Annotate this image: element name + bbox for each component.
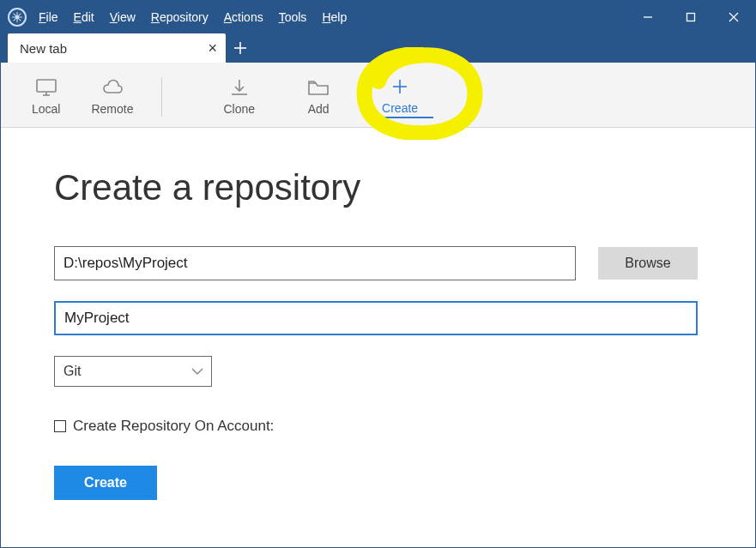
cloud-icon	[100, 78, 124, 97]
toolbar-clone[interactable]: Clone	[209, 76, 271, 117]
create-button[interactable]: Create	[54, 466, 157, 500]
toolbar-local-label: Local	[32, 102, 60, 116]
app-logo	[8, 8, 27, 27]
menu-help[interactable]: Help	[322, 10, 347, 24]
toolbar-local[interactable]: Local	[16, 76, 76, 117]
folder-icon	[306, 78, 330, 97]
toolbar-remote-label: Remote	[91, 102, 133, 116]
window-controls	[626, 1, 755, 33]
menu-repository[interactable]: Repository	[151, 10, 209, 24]
toolbar: Local Remote Clone Add Create	[1, 63, 755, 128]
chevron-down-icon	[191, 367, 203, 376]
titlebar: File Edit View Repository Actions Tools …	[1, 1, 755, 33]
page-heading: Create a repository	[54, 167, 702, 208]
svg-rect-7	[37, 80, 56, 92]
svg-rect-2	[687, 14, 695, 21]
toolbar-separator	[161, 77, 162, 117]
menu-tools[interactable]: Tools	[279, 10, 307, 24]
menu-view[interactable]: View	[110, 10, 136, 24]
close-icon[interactable]: ×	[208, 39, 217, 57]
name-input[interactable]	[54, 301, 698, 335]
toolbar-remote[interactable]: Remote	[76, 76, 148, 117]
menu-file[interactable]: File	[39, 10, 58, 24]
toolbar-add-label: Add	[308, 102, 330, 116]
toolbar-create-label: Create	[382, 101, 418, 115]
menu-actions[interactable]: Actions	[224, 10, 263, 24]
toolbar-create[interactable]: Create	[366, 75, 433, 118]
maximize-button[interactable]	[669, 1, 712, 33]
menu-edit[interactable]: Edit	[74, 10, 94, 24]
tab-new[interactable]: New tab ×	[8, 33, 226, 63]
tabstrip: New tab ×	[1, 33, 755, 63]
monitor-icon	[34, 78, 58, 97]
account-checkbox-label: Create Repository On Account:	[73, 418, 274, 435]
download-icon	[227, 78, 251, 97]
vcs-selected: Git	[64, 364, 81, 379]
path-input[interactable]	[54, 246, 576, 280]
close-button[interactable]	[712, 1, 755, 33]
new-tab-button[interactable]	[226, 33, 255, 63]
toolbar-add[interactable]: Add	[291, 76, 346, 117]
content-area: Create a repository Browse Git Create Re…	[1, 128, 755, 539]
svg-point-0	[15, 15, 19, 19]
plus-icon	[388, 77, 412, 96]
browse-button[interactable]: Browse	[598, 247, 698, 280]
vcs-select[interactable]: Git	[54, 356, 212, 387]
toolbar-clone-label: Clone	[224, 102, 256, 116]
minimize-button[interactable]	[626, 1, 669, 33]
menubar: File Edit View Repository Actions Tools …	[39, 10, 347, 24]
tab-title: New tab	[20, 41, 208, 56]
account-checkbox[interactable]	[54, 420, 66, 432]
